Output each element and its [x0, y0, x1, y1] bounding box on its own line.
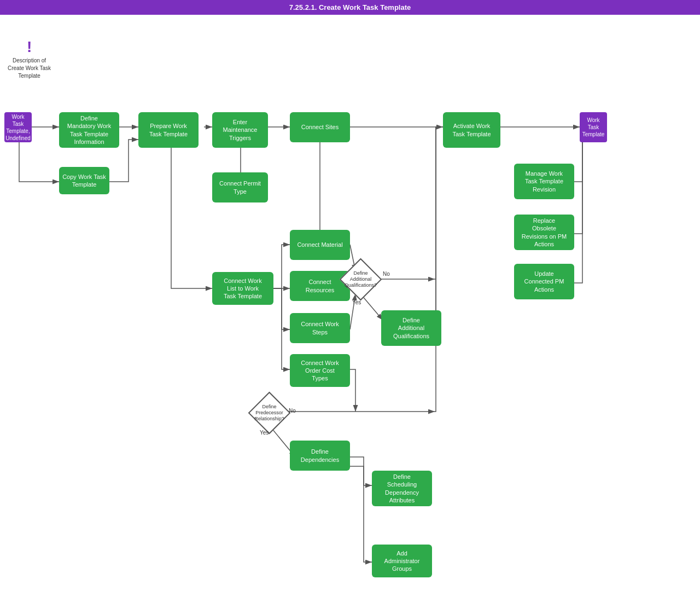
- define-additional-qual-yes-label: Yes: [352, 299, 361, 305]
- connect-work-steps-node[interactable]: Connect WorkSteps: [290, 313, 350, 343]
- activate-work-task-node[interactable]: Activate WorkTask Template: [443, 112, 500, 148]
- diagram-area: ! Description ofCreate Work TaskTemplate…: [0, 15, 700, 595]
- connect-sites-node[interactable]: Connect Sites: [290, 112, 350, 142]
- copy-work-task-node[interactable]: Copy Work TaskTemplate: [59, 167, 109, 194]
- define-additional-qual-no-label: No: [383, 271, 390, 277]
- connect-work-order-cost-node[interactable]: Connect WorkOrder CostTypes: [290, 354, 350, 387]
- update-connected-node[interactable]: UpdateConnected PMActions: [514, 264, 574, 299]
- exclaim-icon: !: [27, 39, 32, 55]
- enter-maintenance-node[interactable]: EnterMaintenanceTriggers: [212, 112, 268, 148]
- prepare-task-template-node[interactable]: Prepare WorkTask Template: [138, 112, 199, 148]
- title-text: 7.25.2.1. Create Work Task Template: [289, 3, 411, 11]
- define-additional-qualifications-node[interactable]: DefineAdditionalQualifications: [381, 310, 441, 346]
- connect-permit-type-node[interactable]: Connect PermitType: [212, 172, 268, 202]
- connect-work-list-node[interactable]: Connect WorkList to WorkTask Template: [212, 272, 273, 305]
- start-node: WorkTaskTemplate,Undefined: [4, 112, 32, 142]
- replace-obsolete-node[interactable]: ReplaceObsoleteRevisions on PMActions: [514, 215, 574, 250]
- connect-material-node[interactable]: Connect Material: [290, 230, 350, 260]
- end-node: WorkTaskTemplate: [580, 112, 607, 142]
- flow-arrows: [0, 15, 700, 602]
- add-administrator-node[interactable]: AddAdministratorGroups: [372, 545, 432, 577]
- define-predecessor-yes-label: Yes: [260, 430, 269, 436]
- title-bar: 7.25.2.1. Create Work Task Template: [0, 0, 700, 15]
- description-box: ! Description ofCreate Work TaskTemplate: [8, 39, 51, 80]
- define-dependencies-node[interactable]: DefineDependencies: [290, 441, 350, 471]
- description-label: Description ofCreate Work TaskTemplate: [8, 57, 51, 80]
- define-scheduling-node[interactable]: DefineSchedulingDependencyAttributes: [372, 471, 432, 506]
- manage-revision-node[interactable]: Manage WorkTask TemplateRevision: [514, 164, 574, 199]
- define-additional-qualifications-diamond: DefineAdditionalQualifications?: [346, 264, 376, 294]
- connect-resources-node[interactable]: ConnectResources: [290, 271, 350, 301]
- define-predecessor-no-label: No: [289, 408, 296, 414]
- define-predecessor-diamond: DefinePredecessorRelationship?: [254, 398, 284, 428]
- define-mandatory-node[interactable]: DefineMandatory WorkTask TemplateInforma…: [59, 112, 119, 148]
